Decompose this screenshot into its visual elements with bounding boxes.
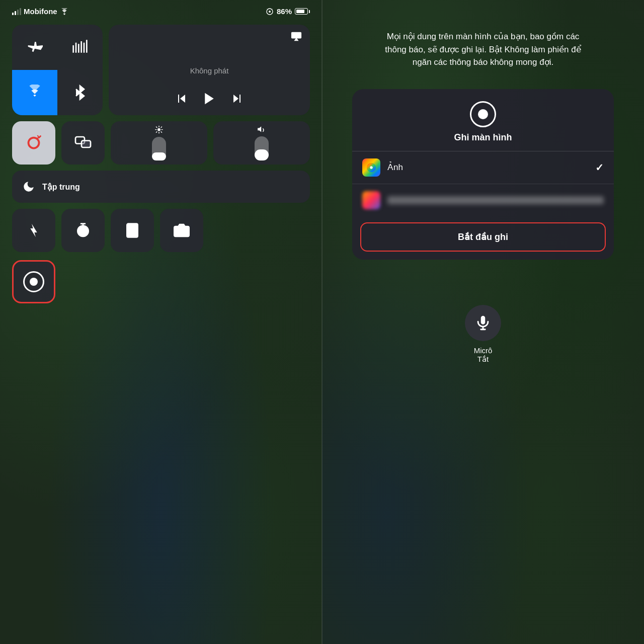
- svg-point-6: [29, 138, 39, 148]
- orientation-lock-icon: [266, 8, 274, 16]
- flashlight-button[interactable]: [12, 209, 55, 252]
- signal-bars: [12, 8, 21, 15]
- mic-label-line2: Tắt: [477, 355, 489, 364]
- svg-rect-8: [82, 141, 91, 148]
- connectivity-tile: [12, 25, 103, 115]
- battery-icon: [295, 8, 310, 15]
- svg-point-16: [129, 234, 130, 235]
- svg-point-13: [129, 231, 130, 232]
- svg-rect-22: [481, 315, 486, 324]
- status-bar-left: Mobifone 86%: [0, 0, 322, 20]
- blurred-app-name: [387, 196, 604, 204]
- signal-bar-4: [20, 8, 21, 15]
- svg-marker-4: [205, 93, 214, 105]
- media-next-button[interactable]: [231, 93, 243, 108]
- mic-label-line1: Micrô: [474, 346, 493, 355]
- media-prev-button[interactable]: [176, 93, 188, 108]
- app-row-photos[interactable]: Ảnh ✓: [352, 151, 614, 184]
- media-not-playing: Không phát: [117, 66, 302, 75]
- left-panel: Mobifone 86%: [0, 0, 322, 644]
- brightness-slider[interactable]: [111, 121, 207, 165]
- volume-slider[interactable]: [213, 121, 310, 165]
- camera-button[interactable]: [160, 209, 203, 252]
- mic-area: Micrô Tắt: [465, 305, 501, 364]
- bottom-icons-row: [12, 209, 310, 252]
- wifi-icon: [60, 8, 69, 15]
- right-content: Mọi nội dung trên màn hình của bạn, bao …: [322, 0, 644, 644]
- photos-app-icon: [362, 158, 380, 177]
- svg-point-19: [179, 228, 185, 234]
- apps-list: Ảnh ✓: [352, 151, 614, 216]
- timer-button[interactable]: [61, 209, 105, 252]
- photos-app-name: Ảnh: [387, 162, 595, 173]
- focus-label: Tập trung: [42, 182, 80, 192]
- start-btn-container: Bắt đầu ghi: [352, 216, 614, 260]
- carrier-name: Mobifone: [24, 7, 57, 16]
- popup-header: Ghi màn hình: [352, 89, 614, 151]
- cellular-button[interactable]: [57, 25, 103, 70]
- svg-point-1: [269, 11, 271, 13]
- media-tile: Không phát: [109, 25, 310, 115]
- top-row: Không phát: [12, 25, 310, 115]
- media-play-button[interactable]: [202, 91, 217, 109]
- second-row: [12, 121, 310, 165]
- blurred-app-icon: [362, 191, 380, 209]
- svg-point-14: [132, 231, 133, 232]
- rotation-lock-button[interactable]: [12, 121, 55, 165]
- panel-divider: [321, 0, 323, 644]
- signal-bar-2: [15, 11, 16, 15]
- svg-point-18: [134, 234, 136, 235]
- mic-button[interactable]: [465, 305, 501, 341]
- svg-point-17: [132, 234, 133, 235]
- svg-point-9: [157, 128, 160, 131]
- calculator-button[interactable]: [111, 209, 154, 252]
- signal-bar-1: [12, 13, 14, 15]
- svg-rect-12: [129, 226, 135, 228]
- wifi-toggle-button[interactable]: [12, 70, 57, 115]
- bluetooth-button[interactable]: [57, 70, 103, 115]
- svg-point-21: [370, 166, 373, 169]
- airplay-button[interactable]: [291, 31, 302, 44]
- signal-bar-3: [17, 10, 19, 15]
- airplane-mode-button[interactable]: [12, 25, 57, 70]
- svg-point-15: [134, 231, 136, 232]
- right-panel: Mọi nội dung trên màn hình của bạn, bao …: [322, 0, 644, 644]
- svg-rect-3: [178, 95, 179, 103]
- screen-record-popup: Ghi màn hình: [352, 89, 614, 260]
- photos-checkmark: ✓: [595, 162, 604, 174]
- status-left: Mobifone: [12, 7, 69, 16]
- info-text: Mọi nội dung trên màn hình của bạn, bao …: [382, 30, 584, 69]
- start-recording-button[interactable]: Bắt đầu ghi: [360, 222, 606, 252]
- app-row-blurred[interactable]: [352, 184, 614, 216]
- focus-mode-button[interactable]: Tập trung: [12, 171, 310, 203]
- focus-row: Tập trung: [12, 171, 310, 203]
- record-icon-large: [470, 101, 496, 127]
- screen-record-button[interactable]: [12, 260, 55, 303]
- screen-mirror-button[interactable]: [61, 121, 105, 165]
- svg-rect-5: [239, 95, 240, 103]
- popup-title: Ghi màn hình: [454, 132, 512, 143]
- control-center: Không phát: [0, 20, 322, 308]
- media-controls: [117, 91, 302, 109]
- battery-percent: 86%: [277, 7, 292, 16]
- extra-row: [12, 260, 310, 303]
- status-right: 86%: [266, 7, 310, 16]
